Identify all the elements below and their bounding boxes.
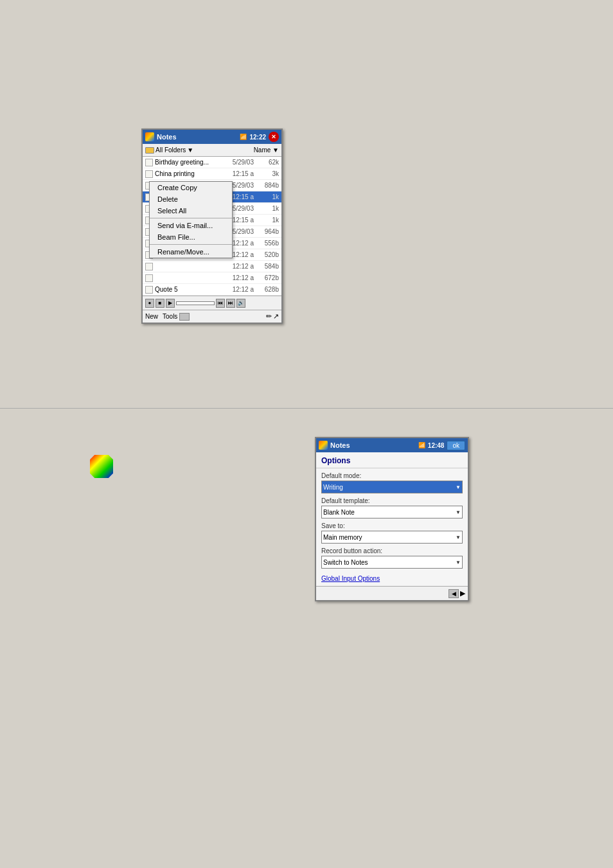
note-item-china[interactable]: China printing 12:15 a 3k: [143, 168, 281, 180]
options-window: Notes 📶 12:48 ok Options Default mode: W…: [315, 437, 469, 601]
ctx-create-copy[interactable]: Create Copy: [150, 182, 232, 193]
default-mode-wrapper: Writing Drawing Typing: [321, 481, 463, 493]
record-action-wrapper: Switch to Notes Record Audio: [321, 556, 463, 569]
label-record-button: Record button action:: [321, 547, 463, 554]
folder-arrow: ▼: [187, 146, 193, 154]
arrow-right-icon: ▶: [460, 589, 465, 598]
record-button[interactable]: ●: [145, 299, 154, 308]
note-size: 1k: [256, 217, 279, 224]
options-title: Notes: [330, 441, 350, 449]
wifi-icon-2: 📶: [418, 442, 425, 448]
note-size: 1k: [256, 205, 279, 212]
options-titlebar: Notes 📶 12:48 ok: [316, 438, 468, 452]
note-size: 62k: [256, 159, 279, 166]
new-label[interactable]: New: [145, 313, 158, 320]
note-size: 3k: [256, 170, 279, 177]
ctx-send-email[interactable]: Send via E-mail...: [150, 220, 232, 231]
ctx-delete[interactable]: Delete: [150, 193, 232, 205]
ctx-select-all[interactable]: Select All: [150, 205, 232, 217]
notes-bottom-bar: ● ■ ▶ ⏮ ⏭ 🔊: [143, 296, 281, 310]
note-item-birthday[interactable]: Birthday greeting... 5/29/03 62k: [143, 157, 281, 168]
close-button[interactable]: ✕: [269, 132, 279, 142]
default-template-wrapper: Blank Note To Do: [321, 506, 463, 518]
notes-toolbar: All Folders ▼ Name ▼: [143, 144, 281, 157]
note-icon: [145, 274, 153, 282]
time-display: 12:22: [249, 134, 266, 141]
play-button[interactable]: ▶: [166, 299, 175, 308]
media-controls: ● ■ ▶ ⏮ ⏭ 🔊: [145, 299, 245, 308]
options-section: Notes 📶 12:48 ok Options Default mode: W…: [315, 437, 469, 601]
notes-footer: New Tools ✏ ↗: [143, 310, 281, 323]
notes-section: Notes 📶 12:22 ✕ All Folders ▼ Name ▼: [141, 128, 283, 324]
note-size: 964b: [256, 228, 279, 235]
folder-icon: [145, 147, 154, 154]
prev-button[interactable]: ⏮: [216, 299, 225, 308]
options-time: 12:48: [428, 442, 445, 449]
note-icon: [145, 170, 153, 178]
default-mode-select[interactable]: Writing Drawing Typing: [321, 481, 463, 493]
options-title-right: 📶 12:48 ok: [418, 441, 465, 450]
title-right: 📶 12:22 ✕: [240, 132, 279, 142]
edit-icon: ✏: [266, 312, 272, 321]
label-default-template: Default template:: [321, 497, 463, 504]
notes-window: Notes 📶 12:22 ✕ All Folders ▼ Name ▼: [141, 128, 283, 324]
progress-bar: [176, 301, 215, 305]
stop-button[interactable]: ■: [155, 299, 164, 308]
note-name: China printing: [155, 170, 222, 177]
options-title-left: Notes: [319, 441, 350, 450]
note-date: 12:15 a: [222, 170, 254, 177]
notes-app-icon: [145, 132, 154, 141]
notes-title: Notes: [157, 133, 177, 141]
back-button[interactable]: ◀: [449, 589, 459, 598]
save-to-wrapper: Main memory Card: [321, 531, 463, 544]
ctx-rename-move[interactable]: Rename/Move...: [150, 246, 232, 258]
note-size: 884b: [256, 182, 279, 189]
next-button[interactable]: ⏭: [226, 299, 235, 308]
folder-label: All Folders: [155, 146, 186, 154]
ctx-separator-2: [150, 244, 232, 245]
note-name: Birthday greeting...: [155, 159, 222, 166]
default-template-select[interactable]: Blank Note To Do: [321, 506, 463, 518]
ok-button[interactable]: ok: [447, 441, 465, 450]
options-footer: ◀ ▶: [316, 586, 468, 600]
new-tools-bar: New Tools: [145, 313, 190, 321]
note-date: 12:12 a: [222, 274, 254, 281]
note-size: 584b: [256, 263, 279, 270]
label-default-mode: Default mode:: [321, 472, 463, 479]
tools-label[interactable]: Tools: [163, 313, 177, 320]
note-size: 1k: [256, 193, 279, 200]
note-item-quote5[interactable]: Quote 5 12:12 a 628b: [143, 284, 281, 296]
note-size: 520b: [256, 251, 279, 258]
notes-titlebar: Notes 📶 12:22 ✕: [143, 130, 281, 144]
note-item-10[interactable]: 12:12 a 584b: [143, 261, 281, 272]
ctx-separator-1: [150, 218, 232, 218]
note-date: 5/29/03: [222, 159, 254, 166]
folder-dropdown[interactable]: All Folders ▼: [145, 146, 193, 154]
note-size: 556b: [256, 240, 279, 247]
title-left: Notes: [145, 132, 177, 141]
options-app-icon: [319, 441, 328, 450]
record-action-select[interactable]: Switch to Notes Record Audio: [321, 556, 463, 569]
context-menu: Create Copy Delete Select All Send via E…: [149, 181, 233, 258]
ctx-beam-file[interactable]: Beam File...: [150, 231, 232, 243]
options-heading: Options: [316, 452, 468, 468]
note-date: 12:12 a: [222, 263, 254, 270]
tools-icon: [179, 313, 190, 321]
palm-logo-icon: [90, 455, 113, 478]
note-item-11[interactable]: 12:12 a 672b: [143, 272, 281, 284]
divider-line: [0, 408, 613, 409]
speaker-button[interactable]: 🔊: [236, 299, 245, 308]
note-icon: [145, 159, 153, 166]
note-size: 672b: [256, 274, 279, 281]
note-icon: [145, 263, 153, 270]
note-icon: [145, 286, 153, 294]
save-to-select[interactable]: Main memory Card: [321, 531, 463, 544]
note-name: Quote 5: [155, 286, 222, 293]
global-input-link[interactable]: Global Input Options: [321, 575, 463, 582]
sort-label[interactable]: Name ▼: [254, 146, 279, 154]
arrow-icon: ↗: [273, 312, 279, 321]
options-content: Default mode: Writing Drawing Typing Def…: [316, 468, 468, 586]
label-save-to: Save to:: [321, 522, 463, 529]
note-date: 12:12 a: [222, 286, 254, 293]
footer-right: ✏ ↗: [266, 312, 279, 321]
